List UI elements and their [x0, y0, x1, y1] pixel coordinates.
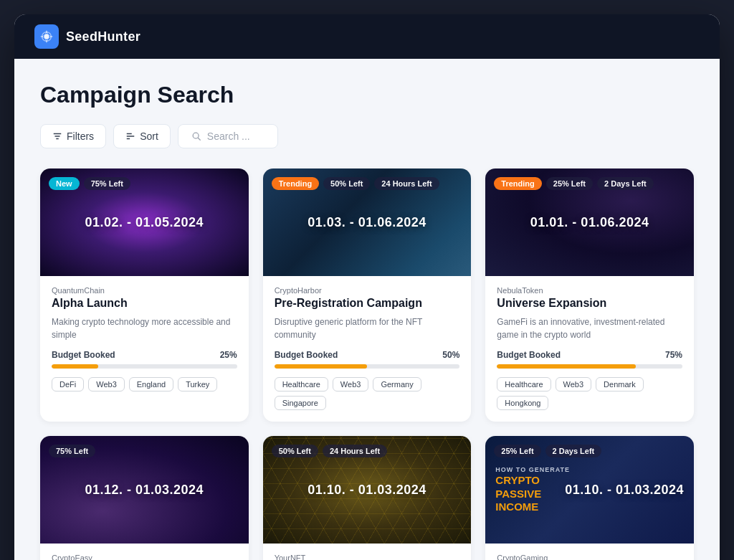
budget-row-1: Budget Booked 25% [52, 350, 237, 360]
badge-time-3: 2 Days Left [597, 177, 654, 190]
card-badges-3: Trending 25% Left 2 Days Left [494, 177, 653, 190]
card-badges-4: 75% Left [49, 445, 95, 457]
card-badges-2: Trending 50% Left 24 Hours Left [272, 177, 439, 190]
badge-percent-1: 75% Left [84, 177, 130, 190]
campaign-card-3[interactable]: 01.01. - 01.06.2024 Trending 25% Left 2 … [485, 169, 694, 422]
tags-2: Healthcare Web3 Germany Singapore [275, 377, 460, 410]
app-name: SeedHunter [66, 29, 140, 44]
badge-percent-6: 25% Left [494, 445, 540, 457]
card-date-6: 01.10. - 01.03.2024 [565, 483, 684, 498]
badge-percent-3: 25% Left [546, 177, 593, 190]
tag: DeFi [52, 377, 84, 391]
tag: Web3 [333, 377, 369, 391]
campaigns-grid: 01.02. - 01.05.2024 New 75% Left Quantum… [40, 169, 694, 560]
logo: SeedHunter [34, 24, 140, 49]
tag: Denmark [596, 377, 644, 391]
filters-button[interactable]: Filters [40, 124, 106, 148]
badge-time-5: 24 Hours Left [323, 445, 387, 457]
card-image-3: 01.01. - 01.06.2024 Trending 25% Left 2 … [485, 169, 694, 276]
campaign-card-1[interactable]: 01.02. - 01.05.2024 New 75% Left Quantum… [40, 169, 249, 422]
card-company-5: YourNFT [275, 554, 460, 560]
budget-label-1: Budget Booked [52, 350, 115, 360]
sort-icon [125, 131, 135, 141]
card-date-4: 01.12. - 01.03.2024 [85, 483, 204, 498]
svg-point-0 [44, 34, 49, 39]
progress-fill-1 [52, 364, 98, 369]
card-image-6: HOW TO GENERATE CRYPTO PASSIVE INCOME 01… [485, 436, 694, 544]
card-title-3: Universe Expansion [497, 297, 682, 310]
card-desc-1: Making crypto technology more accessible… [52, 315, 237, 341]
card-body-6: CryptoGaming Release Campaign [485, 544, 694, 560]
card-company-2: CryptoHarbor [275, 286, 460, 295]
sort-label: Sort [140, 130, 158, 142]
app-window: SeedHunter Campaign Search Filters [14, 14, 720, 560]
toolbar: Filters Sort Search ... [40, 124, 694, 148]
badge-percent-4: 75% Left [49, 445, 95, 457]
card-badges-1: New 75% Left [49, 177, 130, 190]
budget-pct-3: 75% [665, 350, 682, 360]
card-title-1: Alpha Launch [52, 297, 237, 310]
main-content: Campaign Search Filters Sort [14, 59, 720, 560]
tag: Turkey [178, 377, 217, 391]
campaign-card-4[interactable]: 01.12. - 01.03.2024 75% Left CryptoEasy … [40, 436, 249, 560]
card-company-1: QuantumChain [52, 286, 237, 295]
card-badges-5: 50% Left 24 Hours Left [272, 445, 388, 457]
budget-label-3: Budget Booked [497, 350, 561, 360]
badge-percent-5: 50% Left [272, 445, 318, 457]
tag: Web3 [556, 377, 592, 391]
budget-row-3: Budget Booked 75% [497, 350, 682, 360]
progress-bar-2 [275, 364, 460, 369]
card-image-1: 01.02. - 01.05.2024 New 75% Left [40, 169, 249, 276]
progress-bar-3 [497, 364, 682, 369]
filters-label: Filters [67, 130, 94, 142]
card-body-3: NebulaToken Universe Expansion GameFi is… [485, 276, 694, 422]
badge-trending-2: Trending [272, 177, 319, 190]
tag: Germany [373, 377, 421, 391]
logo-icon [34, 24, 59, 49]
card-company-4: CryptoEasy [52, 554, 237, 560]
tag: Web3 [88, 377, 125, 391]
budget-pct-2: 50% [442, 350, 459, 360]
progress-bar-1 [52, 364, 237, 369]
card-date-3: 01.01. - 01.06.2024 [530, 215, 649, 230]
card-image-4: 01.12. - 01.03.2024 75% Left [40, 436, 249, 544]
campaign-card-6[interactable]: HOW TO GENERATE CRYPTO PASSIVE INCOME 01… [485, 436, 694, 560]
sort-button[interactable]: Sort [113, 124, 171, 148]
search-placeholder: Search ... [207, 130, 250, 142]
card-body-4: CryptoEasy Beta Launch [40, 544, 249, 560]
svg-line-9 [198, 138, 200, 140]
tag: Hongkong [497, 396, 548, 410]
card-body-1: QuantumChain Alpha Launch Making crypto … [40, 276, 249, 403]
tags-3: Healthcare Web3 Denmark Hongkong [497, 377, 682, 410]
campaign-card-2[interactable]: 01.03. - 01.06.2024 Trending 50% Left 24… [263, 169, 472, 422]
search-icon [191, 131, 201, 141]
page-title: Campaign Search [40, 82, 694, 108]
progress-fill-3 [497, 364, 636, 369]
budget-pct-1: 25% [220, 350, 237, 360]
card-title-2: Pre-Registration Campaign [275, 297, 460, 310]
card-body-2: CryptoHarbor Pre-Registration Campaign D… [263, 276, 472, 422]
tag: Healthcare [497, 377, 550, 391]
card-body-5: YourNFT Pre-Registration Campaign [263, 544, 472, 560]
budget-label-2: Budget Booked [275, 350, 338, 360]
badge-time-6: 2 Days Left [545, 445, 602, 457]
tag: England [129, 377, 173, 391]
search-button[interactable]: Search ... [178, 124, 278, 148]
badge-time-2: 24 Hours Left [374, 177, 439, 190]
campaign-card-5[interactable]: 01.10. - 01.03.2024 50% Left 24 Hours Le… [263, 436, 472, 560]
card-date-5: 01.10. - 01.03.2024 [308, 483, 426, 498]
badge-new-1: New [49, 177, 80, 190]
tags-1: DeFi Web3 England Turkey [52, 377, 237, 391]
badge-trending-3: Trending [494, 177, 541, 190]
tag: Healthcare [275, 377, 328, 391]
navbar: SeedHunter [14, 14, 720, 59]
card-image-5: 01.10. - 01.03.2024 50% Left 24 Hours Le… [263, 436, 472, 544]
card-company-3: NebulaToken [497, 286, 682, 295]
card-badges-6: 25% Left 2 Days Left [494, 445, 601, 457]
card-company-6: CryptoGaming [497, 554, 682, 560]
tag: Singapore [275, 396, 326, 410]
badge-percent-2: 50% Left [323, 177, 370, 190]
card-desc-3: GameFi is an innovative, investment-rela… [497, 315, 682, 341]
card-image-2: 01.03. - 01.06.2024 Trending 50% Left 24… [263, 169, 472, 276]
budget-row-2: Budget Booked 50% [275, 350, 460, 360]
